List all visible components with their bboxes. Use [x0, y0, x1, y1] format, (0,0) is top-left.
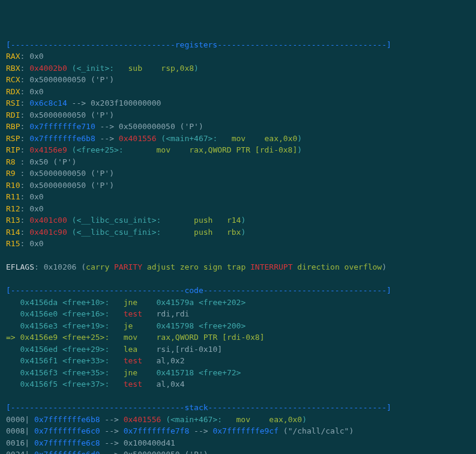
- register-row: RCX: 0x5000000050 ('P'): [6, 74, 476, 86]
- eflags-line: EFLAGS: 0x10206 (carry PARITY adjust zer…: [6, 261, 476, 273]
- disasm-line: 0x4156da <free+10>: jne 0x41579a <free+2…: [6, 297, 476, 309]
- disasm-line: 0x4156ed <free+29>: lea rsi,[rdi-0x10]: [6, 344, 476, 356]
- register-row: RBX: 0x4002b0 (<_init>: sub rsp,0x8): [6, 62, 476, 74]
- register-row: RSI: 0x6c8c14 --> 0x203f100000000: [6, 97, 476, 109]
- register-row: R11: 0x0: [6, 191, 476, 203]
- terminal-output: { "sections": { "registers_header": "[--…: [0, 0, 476, 454]
- register-row: RDI: 0x5000000050 ('P'): [6, 109, 476, 121]
- disasm-line: 0x4156f5 <free+37>: test al,0x4: [6, 378, 476, 390]
- disasm-line: 0x4156f3 <free+35>: jne 0x415718 <free+7…: [6, 367, 476, 379]
- code-section: [-------------------------------------co…: [6, 285, 476, 390]
- register-row: RBP: 0x7fffffffe710 --> 0x5000000050 ('P…: [6, 121, 476, 133]
- stack-row: 0016| 0x7fffffffe6c8 --> 0x100400d41: [6, 437, 476, 449]
- stack-row: 0024| 0x7fffffffe6d0 --> 0x5000000050 ('…: [6, 449, 476, 454]
- disasm-line: 0x4156f1 <free+33>: test al,0x2: [6, 355, 476, 367]
- register-row: RDX: 0x0: [6, 86, 476, 98]
- disasm-line: 0x4156e0 <free+16>: test rdi,rdi: [6, 308, 476, 320]
- register-row: R13: 0x401c00 (<__libc_csu_init>: push r…: [6, 214, 476, 226]
- stack-row: 0000| 0x7fffffffe6b8 --> 0x401556 (<main…: [6, 414, 476, 426]
- register-row: R10: 0x5000000050 ('P'): [6, 180, 476, 192]
- register-row: R12: 0x0: [6, 203, 476, 215]
- register-row: R15: 0x0: [6, 238, 476, 250]
- stack-section: [-------------------------------------st…: [6, 402, 476, 454]
- register-row: RAX: 0x0: [6, 50, 476, 62]
- registers-section: [-----------------------------------regi…: [6, 39, 476, 250]
- register-row: RSP: 0x7fffffffe6b8 --> 0x401556 (<main+…: [6, 133, 476, 145]
- register-row: R14: 0x401c90 (<__libc_csu_fini>: push r…: [6, 226, 476, 238]
- disasm-line: => 0x4156e9 <free+25>: mov rax,QWORD PTR…: [6, 331, 476, 344]
- stack-row: 0008| 0x7fffffffe6c0 --> 0x7fffffffe7f8 …: [6, 425, 476, 437]
- register-row: R9 : 0x5000000050 ('P'): [6, 168, 476, 180]
- register-row: RIP: 0x4156e9 (<free+25>: mov rax,QWORD …: [6, 144, 476, 156]
- disasm-line: 0x4156e3 <free+19>: je 0x415798 <free+20…: [6, 320, 476, 332]
- register-row: R8 : 0x50 ('P'): [6, 156, 476, 168]
